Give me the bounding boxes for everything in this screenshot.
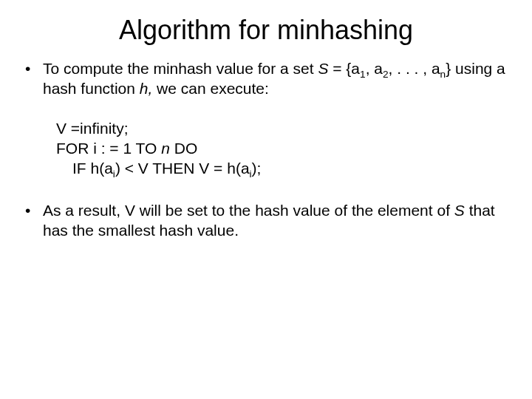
bullet-2-text: As a result, V will be set to the hash v… xyxy=(43,201,511,241)
code-line-1: V =infinity; xyxy=(56,118,511,138)
b1-tail: we can execute: xyxy=(152,80,269,97)
bullet-marker: • xyxy=(25,59,43,79)
pseudocode: V =infinity; FOR i : = 1 TO n DO IF h(ai… xyxy=(56,118,511,179)
bullet-marker: • xyxy=(25,201,43,221)
l2b: DO xyxy=(170,140,197,157)
b1-c1: , a xyxy=(366,60,383,77)
slide-title: Algorithm for minhashing xyxy=(21,15,511,46)
b1-sub2: 2 xyxy=(383,69,389,80)
bullet-1-text: To compute the minhash value for a set S… xyxy=(43,59,511,99)
code-line-3: IF h(ai) < V THEN V = h(ai); xyxy=(56,158,511,178)
b2-s: S xyxy=(454,202,465,219)
b1-sub1: 1 xyxy=(360,69,366,80)
code-line-2: FOR i : = 1 TO n DO xyxy=(56,138,511,158)
bullet-2: • As a result, V will be set to the hash… xyxy=(25,201,511,241)
l2a: FOR i : = 1 TO xyxy=(56,140,161,157)
l3b: ) < V THEN V = h(a xyxy=(115,160,250,177)
bullet-1: • To compute the minhash value for a set… xyxy=(25,59,511,99)
l2n: n xyxy=(161,140,170,157)
b1-c2: , . . . , a xyxy=(389,60,440,77)
b1-t1: To compute the minhash value for a set xyxy=(43,60,318,77)
b1-s: S xyxy=(318,60,328,77)
b2-t1: As a result, V will be set to the hash v… xyxy=(43,202,454,219)
l3c: ); xyxy=(252,160,262,177)
b1-eq: = {a xyxy=(328,60,360,77)
slide: Algorithm for minhashing • To compute th… xyxy=(0,0,532,399)
b1-h: h, xyxy=(140,80,153,97)
l3a: IF h(a xyxy=(72,160,113,177)
